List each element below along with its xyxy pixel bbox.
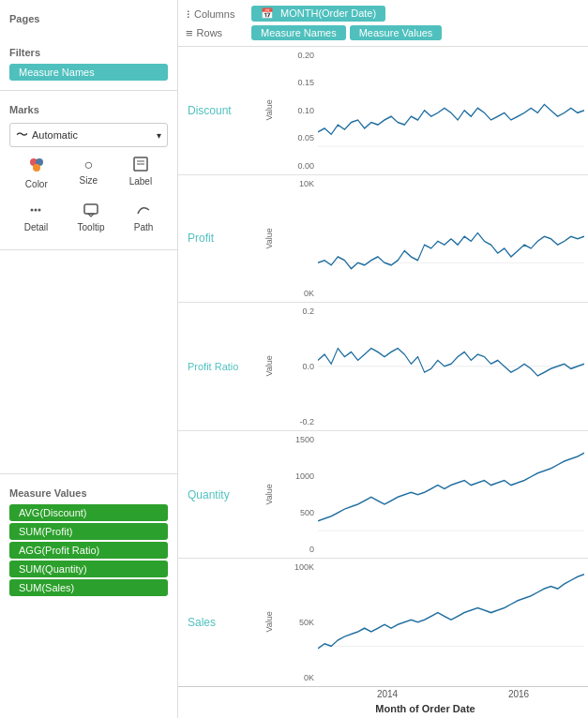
sales-chart [318,559,588,686]
detail-icon [28,202,43,220]
profit-ratio-value-axis: Value [263,303,276,430]
row-chip-measure-values[interactable]: Measure Values [350,25,443,40]
path-icon [136,202,151,220]
label-icon [133,157,148,174]
x-label-2014: 2014 [377,689,398,699]
path-label: Path [134,222,154,232]
x-axis-title: Month of Order Date [178,701,588,718]
discount-content: Value 0.20 0.15 0.10 0.05 0.00 [263,47,588,174]
marks-icons-row1: Color ○ Size Label [9,153,168,193]
profit-content: Value 10K 0K [263,175,588,303]
x-axis-row: 2014 2016 [178,686,588,701]
profit-value-axis: Value [263,175,276,303]
svg-marker-10 [88,214,94,217]
marks-label: Marks [0,98,177,119]
quantity-content: Value 1500 1000 500 0 [263,431,588,559]
chart-row-profit: Profit Value 10K 0K [178,175,588,304]
svg-point-7 [35,209,38,212]
quantity-label: Quantity [178,431,263,559]
profit-ratio-label: Profit Ratio [178,303,263,430]
quantity-y-axis: 1500 1000 500 0 [276,431,318,559]
rows-label: ≡ Rows [186,26,251,40]
tooltip-icon [83,202,98,220]
sales-y-axis: 100K 50K 0K [276,559,318,686]
color-icon [28,157,45,177]
calendar-icon: 📅 [261,7,274,19]
toolbar: ⫶ Columns 📅 MONTH(Order Date) ≡ Rows Mea… [178,0,588,47]
automatic-line-icon: 〜 [16,127,28,143]
pages-label: Pages [0,7,177,28]
agg-profit-ratio-chip[interactable]: AGG(Profit Ratio) [9,542,168,559]
size-icon: ○ [83,157,93,173]
chart-row-profit-ratio: Profit Ratio Value 0.2 0.0 -0.2 [178,303,588,431]
profit-ratio-y-axis: 0.2 0.0 -0.2 [276,303,318,430]
chart-row-quantity: Quantity Value 1500 1000 500 0 [178,431,588,560]
marks-dropdown-label: Automatic [32,129,78,141]
avg-discount-chip[interactable]: AVG(Discount) [9,504,168,521]
label-label: Label [129,176,152,187]
label-button[interactable]: Label [122,153,159,193]
path-button[interactable]: Path [127,199,161,236]
charts-area: Discount Value 0.20 0.15 0.10 0.05 0.00 [178,47,588,718]
svg-rect-9 [84,204,98,214]
filter-chip-measure-names[interactable]: Measure Names [9,64,168,81]
svg-point-8 [38,209,41,212]
rows-row: ≡ Rows Measure Names Measure Values [186,23,580,42]
marks-section: 〜 Automatic ▾ Color ○ Size [0,119,177,242]
column-chip-month-order-date[interactable]: 📅 MONTH(Order Date) [251,6,385,22]
sum-quantity-chip[interactable]: SUM(Quantity) [9,561,168,577]
sales-label: Sales [178,559,263,686]
profit-ratio-chart [318,303,588,430]
chart-row-sales: Sales Value 100K 50K 0K [178,559,588,686]
color-button[interactable]: Color [18,153,55,193]
discount-y-axis: 0.20 0.15 0.10 0.05 0.00 [276,47,318,174]
svg-point-2 [33,164,40,172]
rows-icon: ≡ [186,26,193,40]
chart-row-discount: Discount Value 0.20 0.15 0.10 0.05 0.00 [178,47,588,175]
sum-profit-chip[interactable]: SUM(Profit) [9,523,168,540]
sales-content: Value 100K 50K 0K [263,559,588,686]
quantity-value-axis: Value [263,431,276,559]
filters-label: Filters [0,41,177,62]
tooltip-label: Tooltip [78,222,105,232]
profit-y-axis: 10K 0K [276,175,318,303]
marks-dropdown[interactable]: 〜 Automatic ▾ [9,123,168,147]
row-chip-measure-names[interactable]: Measure Names [251,25,346,40]
measure-values-section: AVG(Discount) SUM(Profit) AGG(Profit Rat… [0,502,177,711]
columns-row: ⫶ Columns 📅 MONTH(Order Date) [186,4,580,23]
left-panel: Pages Filters Measure Names Marks 〜 Auto… [0,0,178,718]
size-button[interactable]: ○ Size [71,153,104,193]
color-label: Color [25,179,48,189]
profit-chart [318,175,588,303]
discount-value-axis: Value [263,47,276,174]
tooltip-button[interactable]: Tooltip [70,199,113,236]
columns-label: ⫶ Columns [186,7,251,21]
discount-label: Discount [178,47,263,174]
x-axis-labels: 2014 2016 [318,687,588,701]
columns-icon: ⫶ [186,7,190,21]
svg-point-6 [31,209,34,212]
quantity-chart [318,431,588,559]
profit-ratio-content: Value 0.2 0.0 -0.2 [263,303,588,430]
size-label: Size [79,175,97,186]
marks-icons-row2: Detail Tooltip Path [9,199,168,236]
discount-chart [318,47,588,174]
sum-sales-chip[interactable]: SUM(Sales) [9,579,168,596]
measure-values-label: Measure Values [0,482,177,502]
profit-label: Profit [178,175,263,303]
detail-label: Detail [24,222,49,232]
right-panel: ⫶ Columns 📅 MONTH(Order Date) ≡ Rows Mea… [178,0,588,718]
sales-value-axis: Value [263,559,276,686]
chevron-down-icon: ▾ [157,130,161,141]
detail-button[interactable]: Detail [17,199,56,236]
x-label-2016: 2016 [508,689,529,699]
